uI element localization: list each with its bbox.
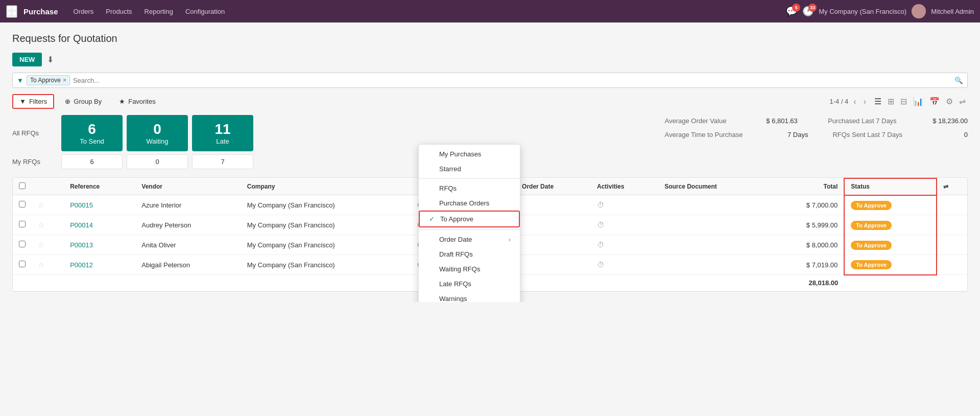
checkbox-4[interactable] — [19, 261, 26, 267]
status-badge-3: To Approve — [851, 241, 892, 250]
my-rfqs-late[interactable]: 7 — [192, 154, 253, 169]
row-source-doc-4 — [658, 255, 769, 275]
next-page-button[interactable]: › — [862, 95, 868, 108]
th-source-doc[interactable]: Source Document — [658, 178, 769, 195]
status-badge-4: To Approve — [851, 260, 892, 269]
page-title: Requests for Quotation — [12, 33, 117, 44]
my-rfqs-label: My RFQs — [12, 158, 53, 166]
search-bar-row: ▼ To Approve × 🔍 — [12, 73, 968, 88]
checkbox-3[interactable] — [19, 241, 26, 247]
row-company-3: My Company (San Francisco) — [241, 235, 412, 255]
star-button-2[interactable]: ☆ — [38, 221, 44, 229]
checkbox-1[interactable] — [19, 201, 26, 207]
toolbar-row: ▼ Filters ⊕ Group By ★ Favorites 1-4 / 4… — [12, 94, 968, 109]
th-order-date[interactable]: Order Date — [516, 178, 591, 195]
row-company-1: My Company (San Francisco) — [241, 195, 412, 215]
search-input[interactable] — [73, 77, 951, 84]
th-company[interactable]: Company — [241, 178, 412, 195]
star-button-3[interactable]: ☆ — [38, 241, 44, 249]
row-source-doc-1 — [658, 195, 769, 215]
stat-cards: 6 To Send 0 Waiting 11 Late — [61, 115, 253, 151]
row-ref-2[interactable]: P00014 — [64, 215, 135, 235]
filter-late-rfqs[interactable]: Late RFQs — [419, 276, 520, 291]
nav-orders[interactable]: Orders — [68, 6, 99, 17]
filter-my-purchases[interactable]: My Purchases — [419, 147, 520, 161]
star-button-1[interactable]: ☆ — [38, 201, 44, 209]
clock-icon-3[interactable]: ⏱ — [597, 241, 604, 249]
late-number: 11 — [206, 121, 239, 137]
th-total[interactable]: Total — [769, 178, 845, 195]
select-all-checkbox[interactable] — [19, 182, 26, 189]
filter-tag-remove[interactable]: × — [63, 77, 66, 84]
star-button-4[interactable]: ☆ — [38, 261, 44, 269]
new-button[interactable]: NEW — [12, 53, 42, 66]
purchased-7d-label: Purchased Last 7 Days — [828, 117, 896, 125]
row-activities-3: ⏱ — [591, 235, 658, 255]
adjust-columns-button[interactable]: ⇌ — [957, 95, 968, 108]
search-button[interactable]: 🔍 — [954, 77, 963, 84]
row-ref-1[interactable]: P00015 — [64, 195, 135, 215]
download-button[interactable]: ⬇ — [47, 55, 54, 64]
nav-configuration[interactable]: Configuration — [180, 6, 230, 17]
app-name[interactable]: Purchase — [23, 7, 58, 16]
clock-icon-1[interactable]: ⏱ — [597, 201, 604, 209]
filter-order-date[interactable]: Order Date › — [419, 232, 520, 247]
filter-to-approve[interactable]: ✓ To Approve — [419, 211, 520, 227]
th-activities[interactable]: Activities — [591, 178, 658, 195]
stat-card-late[interactable]: 11 Late — [192, 115, 253, 151]
activity-button[interactable]: 🕐 33 — [802, 6, 814, 17]
groupby-button[interactable]: ⊕ Group By — [58, 95, 108, 108]
row-order-date-4 — [516, 255, 591, 275]
stat-card-waiting[interactable]: 0 Waiting — [127, 115, 188, 151]
status-badge-1: To Approve — [851, 201, 892, 210]
table-view-button[interactable]: ⊟ — [898, 95, 909, 108]
user-name: Mitchell Admin — [931, 8, 974, 15]
filter-draft-rfqs[interactable]: Draft RFQs — [419, 247, 520, 262]
chart-view-button[interactable]: 📊 — [911, 95, 925, 108]
filter-starred[interactable]: Starred — [419, 161, 520, 176]
row-ref-4[interactable]: P00012 — [64, 255, 135, 275]
filter-waiting-rfqs[interactable]: Waiting RFQs — [419, 262, 520, 276]
settings-view-button[interactable]: ⚙ — [944, 95, 955, 108]
waiting-label: Waiting — [141, 137, 174, 145]
clock-icon-4[interactable]: ⏱ — [597, 261, 604, 269]
my-rfqs-waiting[interactable]: 0 — [127, 154, 188, 169]
list-view-button[interactable]: ☰ — [872, 95, 883, 108]
checkbox-2[interactable] — [19, 221, 26, 227]
filter-warnings[interactable]: Warnings — [419, 291, 520, 302]
nav-right: 💬 5 🕐 33 My Company (San Francisco) Mitc… — [786, 4, 974, 18]
row-activities-4: ⏱ — [591, 255, 658, 275]
chat-badge: 5 — [792, 4, 800, 12]
svg-rect-0 — [8, 7, 11, 10]
user-avatar[interactable] — [912, 4, 926, 18]
prev-page-button[interactable]: ‹ — [851, 95, 858, 108]
row-total-1: $ 7,000.00 — [769, 195, 845, 215]
th-reference[interactable]: Reference — [64, 178, 135, 195]
row-vendor-2: Audrey Peterson — [135, 215, 241, 235]
rfqs-sent-value: 0 — [927, 131, 968, 138]
status-badge-2: To Approve — [851, 221, 892, 230]
th-settings[interactable]: ⇌ — [937, 178, 967, 195]
filter-rfqs[interactable]: RFQs — [419, 181, 520, 196]
th-vendor[interactable]: Vendor — [135, 178, 241, 195]
row-vendor-3: Anita Oliver — [135, 235, 241, 255]
stat-card-to-send[interactable]: 6 To Send — [61, 115, 123, 151]
filter-purchase-orders[interactable]: Purchase Orders — [419, 196, 520, 211]
svg-rect-1 — [13, 7, 16, 10]
kanban-view-button[interactable]: ⊞ — [886, 95, 896, 108]
row-status-3: To Approve — [844, 235, 937, 255]
filters-button[interactable]: ▼ Filters — [12, 94, 54, 109]
avg-order-label: Average Order Value — [664, 117, 726, 125]
nav-products[interactable]: Products — [101, 6, 137, 17]
my-rfqs-to-send[interactable]: 6 — [61, 154, 123, 169]
app-grid-icon[interactable] — [6, 5, 17, 18]
calendar-view-button[interactable]: 📅 — [927, 95, 942, 108]
favorites-button[interactable]: ★ Favorites — [112, 95, 162, 108]
chat-button[interactable]: 💬 5 — [786, 6, 797, 17]
nav-reporting[interactable]: Reporting — [139, 6, 178, 17]
row-star-4: ☆ — [32, 255, 64, 275]
th-status[interactable]: Status — [844, 178, 937, 195]
svg-rect-3 — [13, 12, 16, 15]
clock-icon-2[interactable]: ⏱ — [597, 221, 604, 229]
row-ref-3[interactable]: P00013 — [64, 235, 135, 255]
